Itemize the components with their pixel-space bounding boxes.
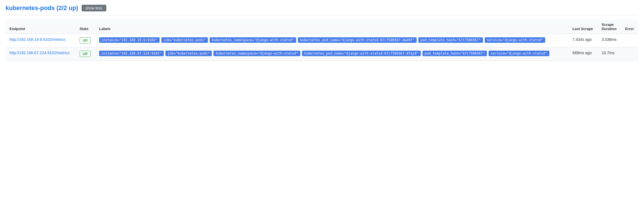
last-scrape-cell: 689ms ago <box>568 47 598 61</box>
label-tag: service="django-with-statsd" <box>489 51 549 56</box>
label-tag: pod_template_hash="67c7586567" <box>422 51 487 56</box>
label-tag: kubernetes_pod_name="django-with-statsd-… <box>298 37 417 43</box>
scrape-duration-cell: 3.036ms <box>598 34 621 47</box>
error-cell <box>621 34 638 47</box>
endpoint-link[interactable]: http://192.168.19.6:9102/metrics <box>9 37 65 42</box>
label-tag: kubernetes_namespace="django-with-statsd… <box>210 37 296 43</box>
table-header-row: Endpoint State Labels Last Scrape Scrape… <box>6 20 638 34</box>
state-badge: UP <box>80 37 91 44</box>
state-cell: UP <box>76 47 95 61</box>
page-container: kubernetes-pods (2/2 up) show less Endpo… <box>0 0 644 65</box>
label-tag: instance="192.168.19.6:9102" <box>99 37 160 43</box>
th-labels: Labels <box>95 20 568 34</box>
error-cell <box>621 47 638 61</box>
state-cell: UP <box>76 34 95 47</box>
th-scrape-duration: ScrapeDuration <box>598 20 621 34</box>
page-title: kubernetes-pods (2/2 up) <box>6 4 78 12</box>
labels-cell: instance="192.168.19.6:9102"job="kuberne… <box>95 34 568 47</box>
scrape-duration-cell: 10.7ms <box>598 47 621 61</box>
label-tag: kubernetes_namespace="django-with-statsd… <box>213 51 300 56</box>
last-scrape-cell: 7.434s ago <box>568 34 598 47</box>
state-badge: UP <box>80 51 91 57</box>
th-endpoint: Endpoint <box>6 20 76 34</box>
table-row: http://192.168.67.224:9102/metricsUPinst… <box>6 47 638 61</box>
endpoint-cell: http://192.168.19.6:9102/metrics <box>6 34 76 47</box>
th-last-scrape: Last Scrape <box>568 20 598 34</box>
th-error: Error <box>621 20 638 34</box>
th-state: State <box>76 20 95 34</box>
label-tag: kubernetes_pod_name="django-with-statsd-… <box>302 51 421 56</box>
label-tag: job="kubernetes-pods" <box>165 51 212 56</box>
endpoint-link[interactable]: http://192.168.67.224:9102/metrics <box>9 51 69 55</box>
label-tag: instance="192.168.67.224:9102" <box>99 51 164 56</box>
labels-cell: instance="192.168.67.224:9102"job="kuber… <box>95 47 568 61</box>
header-row: kubernetes-pods (2/2 up) show less <box>6 4 638 15</box>
endpoint-cell: http://192.168.67.224:9102/metrics <box>6 47 76 61</box>
label-tag: pod_template_hash="67c7586567" <box>418 37 483 43</box>
table-row: http://192.168.19.6:9102/metricsUPinstan… <box>6 34 638 47</box>
targets-table: Endpoint State Labels Last Scrape Scrape… <box>6 20 638 61</box>
show-less-button[interactable]: show less <box>82 5 106 11</box>
label-tag: job="kubernetes-pods" <box>161 37 208 43</box>
label-tag: service="django-with-statsd" <box>485 37 545 43</box>
